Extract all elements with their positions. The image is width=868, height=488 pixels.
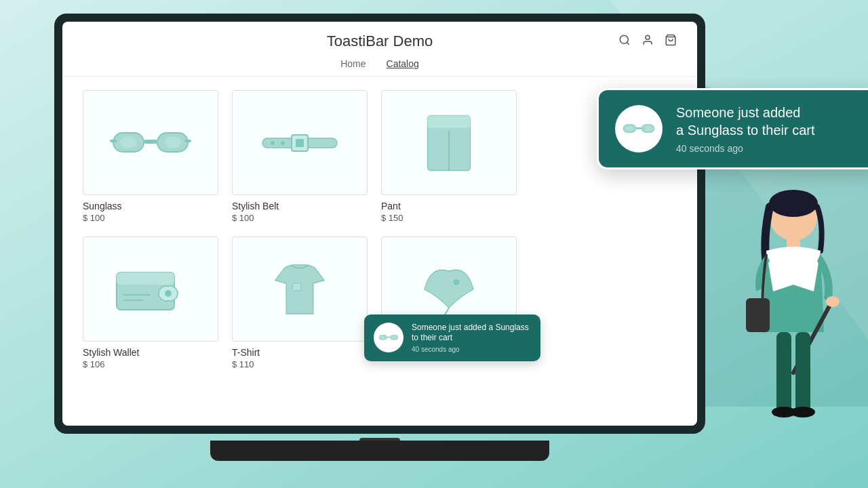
svg-rect-11: [184, 140, 191, 142]
toast-small-main-text: Someone just added a Sunglass to their c…: [412, 323, 531, 344]
laptop-screen: ToastiBar Demo: [62, 22, 697, 426]
svg-point-25: [165, 290, 172, 297]
cart-icon[interactable]: [665, 34, 677, 49]
product-name-tshirt: T-Shirt: [232, 347, 368, 358]
svg-point-43: [826, 296, 840, 307]
svg-point-12: [120, 136, 136, 148]
svg-point-17: [271, 141, 275, 145]
toast-small-avatar: [374, 323, 403, 352]
toast-large-time: 40 seconds ago: [676, 143, 815, 154]
search-icon[interactable]: [618, 34, 631, 49]
toast-large-avatar: [615, 105, 663, 152]
toast-notification-large: Someone just addeda Sunglass to their ca…: [597, 88, 868, 169]
product-card-belt[interactable]: Stylish Belt $ 100: [232, 90, 368, 223]
product-image-wallet: [83, 237, 218, 342]
svg-point-41: [769, 190, 818, 217]
product-price-belt: $ 100: [232, 213, 368, 223]
toast-small-time: 40 seconds ago: [412, 346, 531, 353]
svg-point-5: [646, 35, 650, 39]
svg-rect-16: [296, 139, 304, 147]
nav-home[interactable]: Home: [340, 58, 366, 69]
svg-rect-32: [387, 337, 391, 338]
svg-point-13: [165, 136, 181, 148]
svg-rect-37: [636, 127, 642, 129]
product-card-pant[interactable]: Pant $ 150: [381, 90, 517, 223]
header-icons: [618, 34, 677, 49]
product-price-wallet: $ 106: [83, 359, 218, 369]
svg-point-38: [626, 126, 633, 131]
toast-large-content: Someone just addeda Sunglass to their ca…: [676, 104, 815, 154]
svg-point-29: [453, 279, 459, 285]
product-card-sunglass[interactable]: Sunglass $ 100: [83, 90, 218, 223]
svg-rect-9: [144, 140, 157, 144]
svg-point-39: [645, 126, 652, 131]
toast-large-main-text: Someone just addeda Sunglass to their ca…: [676, 104, 815, 139]
product-name-belt: Stylish Belt: [232, 201, 368, 211]
laptop-base: [210, 441, 549, 461]
laptop-bezel: ToastiBar Demo: [54, 14, 705, 434]
product-price-sunglass: $ 100: [83, 213, 218, 223]
user-icon[interactable]: [642, 34, 654, 49]
nav-catalog[interactable]: Catalog: [387, 58, 419, 69]
svg-rect-45: [795, 332, 810, 413]
svg-rect-21: [428, 115, 471, 127]
toast-notification-small: Someone just added a Sunglass to their c…: [364, 314, 540, 361]
svg-rect-48: [746, 298, 770, 332]
person-illustration: [726, 183, 848, 468]
svg-point-3: [620, 35, 628, 43]
product-image-pant: [381, 90, 517, 195]
svg-rect-10: [110, 140, 117, 142]
laptop-container: ToastiBar Demo: [54, 14, 705, 461]
svg-rect-28: [292, 283, 301, 291]
product-image-tshirt: [232, 237, 368, 342]
product-image-belt: [232, 90, 368, 195]
svg-line-4: [627, 42, 629, 44]
svg-point-33: [381, 336, 385, 340]
product-name-pant: Pant: [381, 201, 517, 211]
toast-small-content: Someone just added a Sunglass to their c…: [412, 323, 531, 353]
main-nav: Home Catalog: [340, 58, 419, 76]
svg-point-18: [281, 141, 285, 145]
product-image-sunglass: [83, 90, 218, 195]
product-price-tshirt: $ 110: [232, 359, 368, 369]
product-name-sunglass: Sunglass: [83, 201, 218, 211]
product-price-pant: $ 150: [381, 213, 517, 223]
svg-rect-44: [776, 332, 791, 413]
product-card-tshirt[interactable]: T-Shirt $ 110: [232, 237, 368, 369]
product-card-wallet[interactable]: Stylish Wallet $ 106: [83, 237, 218, 369]
svg-point-34: [392, 336, 396, 340]
svg-point-47: [791, 407, 815, 418]
browser-header: ToastiBar Demo: [62, 22, 697, 77]
site-title: ToastiBar Demo: [327, 33, 433, 50]
product-name-wallet: Stylish Wallet: [83, 347, 218, 358]
svg-rect-23: [117, 272, 174, 285]
